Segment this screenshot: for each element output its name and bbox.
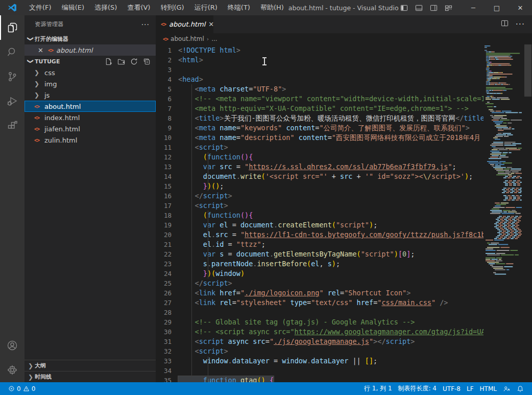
code-line-16[interactable]: 16 </script> — [156, 191, 483, 201]
tree-item-css[interactable]: ❯css — [25, 67, 156, 78]
open-editor-about-html[interactable]: ✕ <> about.html — [25, 44, 156, 56]
line-number[interactable]: 3 — [156, 65, 178, 75]
split-editor-icon[interactable] — [501, 19, 509, 29]
open-editors-section[interactable]: ❯ 打开的编辑器 — [25, 33, 156, 44]
breadcrumb-file[interactable]: about.html — [171, 35, 204, 42]
line-number[interactable]: 29 — [156, 317, 178, 327]
line-number[interactable]: 7 — [156, 104, 178, 113]
code-line-1[interactable]: 1<!DOCTYPE html> — [156, 45, 483, 55]
feedback-icon[interactable] — [500, 382, 514, 395]
collapse-folders-icon[interactable] — [143, 58, 151, 65]
line-number[interactable]: 8 — [156, 113, 178, 123]
line-number[interactable]: 14 — [156, 172, 178, 181]
tree-item-index-html[interactable]: <>index.html — [25, 112, 156, 123]
code-line-27[interactable]: 27 <link rel="stylesheet" type="text/css… — [156, 298, 483, 308]
code-line-34[interactable]: 34 — [156, 366, 483, 376]
code-line-33[interactable]: 33 window.dataLayer = window.dataLayer |… — [156, 356, 483, 366]
menu-item-7[interactable]: 帮助(H) — [256, 2, 288, 14]
code-line-7[interactable]: 7 <meta http-equiv="X-UA-Compatible" con… — [156, 104, 483, 113]
line-number[interactable]: 1 — [156, 45, 178, 55]
code-line-22[interactable]: 22 var s = document.getElementsByTagName… — [156, 249, 483, 259]
vertical-scrollbar[interactable] — [524, 44, 532, 382]
line-number[interactable]: 6 — [156, 94, 178, 104]
notifications-bell-icon[interactable] — [514, 382, 527, 395]
line-number[interactable]: 27 — [156, 298, 178, 308]
line-number[interactable]: 31 — [156, 337, 178, 346]
source-control-icon[interactable] — [0, 64, 25, 89]
code-line-3[interactable]: 3 — [156, 65, 483, 75]
line-number[interactable]: 2 — [156, 55, 178, 65]
code-line-2[interactable]: 2<html> — [156, 55, 483, 65]
line-number[interactable]: 11 — [156, 143, 178, 152]
eol-sequence[interactable]: LF — [464, 382, 477, 395]
line-number[interactable]: 24 — [156, 269, 178, 278]
scrollbar-thumb[interactable] — [524, 44, 531, 97]
line-number[interactable]: 18 — [156, 211, 178, 220]
menu-item-1[interactable]: 编辑(E) — [57, 2, 89, 14]
code-line-10[interactable]: 10 <meta name="description" content="西安图… — [156, 133, 483, 143]
new-folder-icon[interactable] — [117, 58, 125, 65]
timeline-section[interactable]: ❯ 时间线 — [25, 371, 156, 382]
tab-close-icon[interactable]: ✕ — [208, 20, 214, 28]
line-number[interactable]: 28 — [156, 308, 178, 317]
code-lines[interactable]: 1<!DOCTYPE html>2<html>34<head>5 <meta c… — [156, 44, 483, 382]
line-number[interactable]: 15 — [156, 181, 178, 191]
run-debug-icon[interactable] — [0, 89, 25, 113]
editor-more-actions-icon[interactable]: ··· — [516, 19, 525, 29]
workspace-section[interactable]: ❯ TUTUGE — [25, 56, 156, 67]
language-mode[interactable]: HTML — [477, 382, 500, 395]
toggle-sidebar-icon[interactable] — [400, 4, 408, 12]
code-line-18[interactable]: 18 (function(){ — [156, 211, 483, 220]
tree-item-jiafen-html[interactable]: <>jiafen.html — [25, 123, 156, 134]
code-line-20[interactable]: 20 el.src = "https://lf1-cdn-tos.bytegoo… — [156, 230, 483, 240]
tree-item-zulin-html[interactable]: <>zulin.html — [25, 134, 156, 146]
code-line-23[interactable]: 23 s.parentNode.insertBefore(el, s); — [156, 259, 483, 269]
line-number[interactable]: 17 — [156, 201, 178, 211]
minimize-button[interactable]: ─ — [462, 0, 485, 15]
code-line-8[interactable]: 8 <title>关于我们-图图哥公众号加粉、暖场活动租赁、微信打印机租赁，图图… — [156, 113, 483, 123]
code-line-19[interactable]: 19 var el = document.createElement("scri… — [156, 220, 483, 230]
code-line-29[interactable]: 29 <!-- Global site tag (gtag.js) - Goog… — [156, 317, 483, 327]
code-line-30[interactable]: 30 <!-- <script async src="https://www.g… — [156, 327, 483, 337]
code-editor[interactable]: 1<!DOCTYPE html>2<html>34<head>5 <meta c… — [156, 44, 532, 382]
line-number[interactable]: 32 — [156, 346, 178, 356]
outline-section[interactable]: ❯ 大纲 — [25, 360, 156, 371]
code-line-28[interactable]: 28 — [156, 308, 483, 317]
line-number[interactable]: 10 — [156, 133, 178, 143]
line-number[interactable]: 21 — [156, 240, 178, 249]
line-number[interactable]: 12 — [156, 152, 178, 162]
code-line-25[interactable]: 25 </script> — [156, 278, 483, 288]
line-number[interactable]: 35 — [156, 376, 178, 382]
menu-item-0[interactable]: 文件(F) — [25, 2, 56, 14]
code-line-35[interactable]: 35 function gtag() { — [156, 376, 483, 382]
line-number[interactable]: 33 — [156, 356, 178, 366]
explorer-icon[interactable] — [0, 15, 25, 40]
code-line-13[interactable]: 13 var src = "https://s.ssl.qhres2.com/s… — [156, 162, 483, 172]
tree-item-img[interactable]: ❯img — [25, 78, 156, 89]
new-file-icon[interactable] — [105, 58, 112, 65]
code-line-26[interactable]: 26 <link href="./img/logoicon.png" rel="… — [156, 288, 483, 298]
cursor-position[interactable]: 行 1, 列 1 — [361, 382, 395, 395]
line-number[interactable]: 34 — [156, 366, 178, 376]
account-icon[interactable] — [0, 333, 25, 358]
line-number[interactable]: 26 — [156, 288, 178, 298]
menu-item-4[interactable]: 转到(G) — [156, 2, 188, 14]
code-line-21[interactable]: 21 el.id = "ttzz"; — [156, 240, 483, 249]
line-number[interactable]: 22 — [156, 249, 178, 259]
code-line-17[interactable]: 17 <script> — [156, 201, 483, 211]
close-button[interactable]: ✕ — [509, 0, 532, 15]
line-number[interactable]: 19 — [156, 220, 178, 230]
toggle-panel-icon[interactable] — [415, 4, 423, 12]
line-number[interactable]: 9 — [156, 123, 178, 133]
line-number[interactable]: 13 — [156, 162, 178, 172]
encoding[interactable]: UTF-8 — [440, 382, 464, 395]
code-line-31[interactable]: 31 <script async src="./js/googletagmana… — [156, 337, 483, 346]
line-number[interactable]: 25 — [156, 278, 178, 288]
code-line-12[interactable]: 12 (function(){ — [156, 152, 483, 162]
code-line-5[interactable]: 5 <meta charset="UTF-8"> — [156, 84, 483, 94]
refresh-icon[interactable] — [130, 58, 138, 65]
tree-item-about-html[interactable]: <>about.html — [25, 101, 156, 112]
code-line-32[interactable]: 32 <script> — [156, 346, 483, 356]
close-editor-icon[interactable]: ✕ — [38, 47, 45, 54]
line-number[interactable]: 20 — [156, 230, 178, 240]
